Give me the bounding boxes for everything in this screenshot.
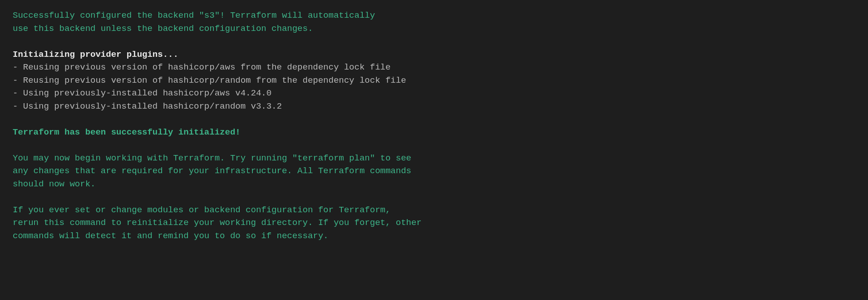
- blank-line: [13, 190, 855, 204]
- advice-line: should now work.: [13, 178, 855, 191]
- terminal-output: Successfully configured the backend "s3"…: [13, 9, 855, 242]
- plugin-line: - Using previously-installed hashicorp/a…: [13, 87, 855, 100]
- plugin-line: - Reusing previous version of hashicorp/…: [13, 74, 855, 87]
- plugin-line: - Using previously-installed hashicorp/r…: [13, 100, 855, 113]
- advice-line: commands will detect it and remind you t…: [13, 230, 855, 243]
- blank-line: [13, 113, 855, 126]
- blank-line: [13, 35, 855, 48]
- advice-line: If you ever set or change modules or bac…: [13, 204, 855, 217]
- plugin-line: - Reusing previous version of hashicorp/…: [13, 61, 855, 74]
- init-plugins-header: Initializing provider plugins...: [13, 48, 855, 61]
- backend-config-line2: use this backend unless the backend conf…: [13, 22, 855, 35]
- advice-line: any changes that are required for your i…: [13, 165, 855, 178]
- blank-line: [13, 139, 855, 152]
- advice-line: rerun this command to reinitialize your …: [13, 216, 855, 230]
- backend-config-line1: Successfully configured the backend "s3"…: [13, 9, 855, 22]
- success-header: Terraform has been successfully initiali…: [13, 126, 855, 139]
- advice-line: You may now begin working with Terraform…: [13, 152, 855, 165]
